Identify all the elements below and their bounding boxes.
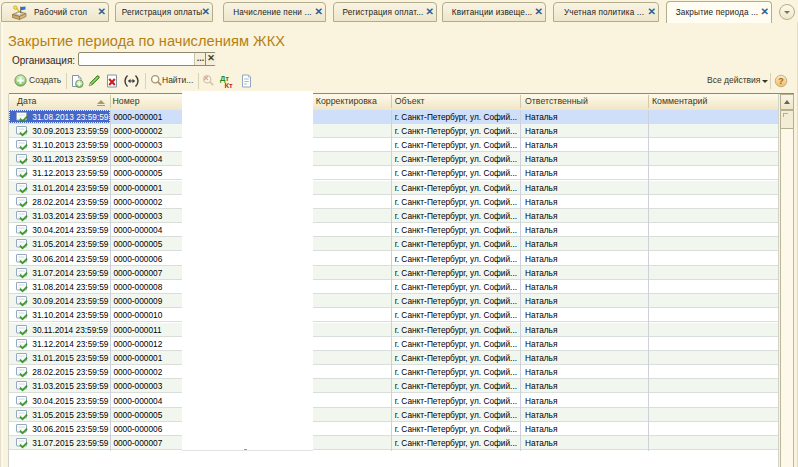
svg-text:?: ? xyxy=(778,76,784,86)
svg-text:Кт: Кт xyxy=(225,81,234,90)
